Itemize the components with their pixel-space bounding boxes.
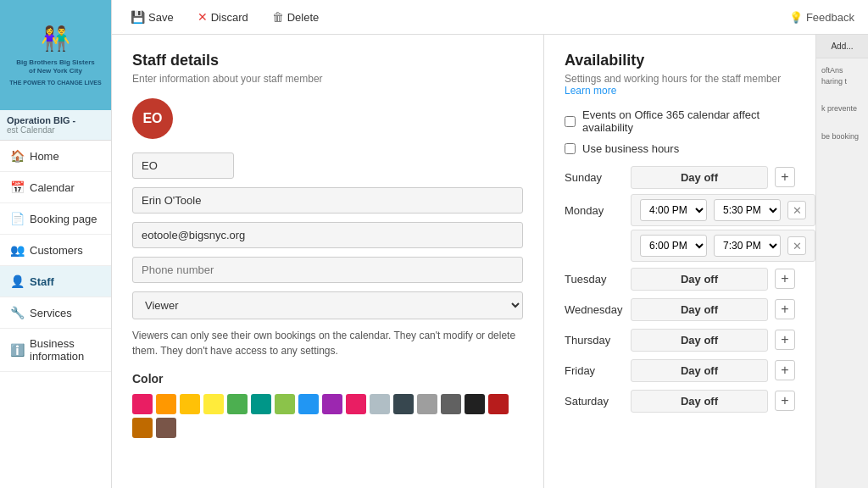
staff-icon: 👤 [10, 274, 25, 288]
add-slot-btn-saturday[interactable]: + [775, 391, 795, 411]
time-slot-monday-0: 4:00 PM 3:00 PM3:30 PM4:00 PM4:30 PM5:00… [631, 194, 815, 226]
availability-title: Availability [565, 52, 795, 69]
day-off-text-wednesday: Day off [640, 303, 759, 316]
start-time-monday-0[interactable]: 4:00 PM 3:00 PM3:30 PM4:00 PM4:30 PM5:00… [640, 199, 707, 221]
business-hours-checkbox[interactable] [565, 143, 576, 154]
office365-checkbox[interactable] [565, 116, 576, 127]
delete-label: Delete [287, 11, 320, 24]
start-time-monday-1[interactable]: 6:00 PM 3:00 PM3:30 PM4:00 PM4:30 PM5:00… [640, 235, 707, 257]
calendar-icon: 📅 [10, 180, 25, 194]
nav-label-booking-page: Booking page [30, 213, 97, 225]
color-swatch-8[interactable] [322, 394, 342, 414]
discard-button[interactable]: ✕ Discard [192, 7, 253, 27]
color-swatch-9[interactable] [346, 394, 366, 414]
day-row-wednesday: Wednesday Day off + [565, 296, 795, 323]
day-label-sunday: Sunday [565, 171, 624, 184]
add-slot-btn-tuesday[interactable]: + [775, 269, 795, 289]
org-subtitle: est Calendar [7, 125, 104, 135]
time-slot-monday-1: 6:00 PM 3:00 PM3:30 PM4:00 PM4:30 PM5:00… [631, 230, 815, 262]
staff-details-subtitle: Enter information about your staff membe… [132, 73, 523, 85]
learn-more-link[interactable]: Learn more [565, 85, 616, 97]
day-off-text-friday: Day off [640, 364, 759, 377]
remove-slot-btn-monday-0[interactable]: ✕ [787, 201, 806, 219]
discard-label: Discard [211, 11, 248, 24]
preview-text: oftAns haring t k prevente be booking [816, 58, 868, 148]
role-note: Viewers can only see their own bookings … [132, 328, 523, 358]
phone-input[interactable] [132, 257, 523, 283]
color-swatch-4[interactable] [227, 394, 248, 414]
color-swatch-15[interactable] [488, 394, 509, 414]
day-row-sunday: Sunday Day off + [565, 164, 795, 191]
add-slot-btn-wednesday[interactable]: + [775, 299, 795, 319]
color-swatch-7[interactable] [298, 394, 319, 414]
save-button[interactable]: 💾 Save [125, 7, 179, 27]
color-swatch-12[interactable] [417, 394, 437, 414]
save-icon: 💾 [131, 10, 145, 24]
days-container: Sunday Day off + Monday 4:00 PM 3:00 PM3… [565, 164, 795, 414]
services-icon: 🔧 [10, 306, 25, 319]
nav-label-business-info: Business information [30, 337, 101, 363]
add-slot-btn-sunday[interactable]: + [775, 167, 795, 187]
add-button[interactable]: Add... [816, 35, 868, 58]
role-select[interactable]: Viewer Administrator Team Member Schedul… [132, 291, 523, 319]
full-name-input[interactable] [132, 187, 523, 214]
day-off-text-thursday: Day off [640, 334, 759, 347]
day-slot-row-monday-0: Monday 4:00 PM 3:00 PM3:30 PM4:00 PM4:30… [565, 194, 795, 226]
nav-label-services: Services [30, 307, 72, 319]
save-label: Save [148, 11, 174, 24]
sidebar-item-business-info[interactable]: ℹ️Business information [0, 329, 111, 372]
sidebar-item-calendar[interactable]: 📅Calendar [0, 172, 111, 203]
feedback-icon: 💡 [789, 11, 803, 24]
day-slot-wednesday: Day off [631, 298, 768, 321]
day-slot-tuesday: Day off [631, 268, 768, 291]
remove-slot-btn-monday-1[interactable]: ✕ [787, 236, 806, 255]
logo-icon: 👫 [9, 24, 101, 54]
color-swatch-5[interactable] [251, 394, 271, 414]
add-slot-btn-thursday[interactable]: + [775, 330, 795, 350]
delete-button[interactable]: 🗑 Delete [267, 7, 325, 27]
color-swatch-10[interactable] [370, 394, 390, 414]
sidebar-item-staff[interactable]: 👤Staff [0, 266, 111, 297]
right-preview-panel: Add... oftAns haring t k prevente be boo… [815, 35, 868, 488]
color-swatch-2[interactable] [180, 394, 200, 414]
day-row-saturday: Saturday Day off + [565, 387, 795, 414]
end-time-monday-0[interactable]: 5:30 PM 5:00 PM5:30 PM6:00 PM6:30 PM7:00… [714, 199, 781, 221]
day-slot-row-monday-1: 6:00 PM 3:00 PM3:30 PM4:00 PM4:30 PM5:00… [565, 230, 795, 262]
day-off-text-sunday: Day off [640, 171, 759, 184]
sidebar: 👫 Big Brothers Big Sistersof New York Ci… [0, 0, 112, 488]
business-info-icon: ℹ️ [10, 343, 25, 357]
day-label-saturday: Saturday [565, 395, 624, 408]
color-section-title: Color [132, 372, 523, 385]
business-hours-label: Use business hours [582, 142, 679, 155]
end-time-monday-1[interactable]: 7:30 PM 5:00 PM5:30 PM6:00 PM6:30 PM7:00… [714, 235, 781, 257]
availability-panel: Availability Settings and working hours … [544, 35, 815, 488]
home-icon: 🏠 [10, 149, 25, 163]
short-name-input[interactable] [132, 152, 234, 179]
sidebar-item-services[interactable]: 🔧Services [0, 297, 111, 329]
sidebar-item-booking-page[interactable]: 📄Booking page [0, 203, 111, 235]
sidebar-item-customers[interactable]: 👥Customers [0, 235, 111, 266]
color-swatch-11[interactable] [393, 394, 414, 414]
color-swatch-1[interactable] [156, 394, 176, 414]
color-swatch-6[interactable] [275, 394, 295, 414]
color-swatch-3[interactable] [203, 394, 224, 414]
day-slot-saturday: Day off [631, 390, 768, 413]
avatar: EO [132, 98, 173, 139]
color-swatch-14[interactable] [465, 394, 485, 414]
color-swatch-16[interactable] [132, 418, 153, 438]
day-label-tuesday: Tuesday [565, 273, 624, 286]
feedback-label: Feedback [806, 11, 854, 24]
org-title: Operation BIG - est Calendar [0, 110, 111, 141]
logo-text: Big Brothers Big Sistersof New York City [9, 58, 101, 76]
day-off-text-saturday: Day off [640, 395, 759, 408]
nav-label-calendar: Calendar [30, 181, 75, 194]
nav-label-home: Home [30, 150, 59, 163]
add-slot-btn-friday[interactable]: + [775, 360, 795, 380]
feedback-button[interactable]: 💡 Feedback [789, 11, 854, 24]
color-grid [132, 394, 523, 438]
color-swatch-17[interactable] [156, 418, 176, 438]
email-input[interactable] [132, 222, 523, 248]
color-swatch-0[interactable] [132, 394, 153, 414]
sidebar-item-home[interactable]: 🏠Home [0, 141, 111, 172]
color-swatch-13[interactable] [441, 394, 461, 414]
